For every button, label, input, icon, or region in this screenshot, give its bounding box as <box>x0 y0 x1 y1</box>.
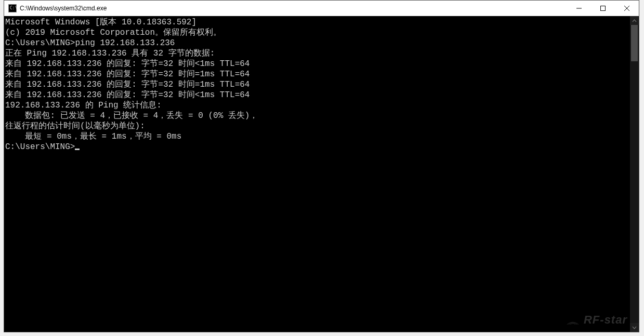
terminal-line: 正在 Ping 192.168.133.236 具有 32 字节的数据: <box>5 48 630 59</box>
terminal-line: 来自 192.168.133.236 的回复: 字节=32 时间=1ms TTL… <box>5 79 630 90</box>
terminal-line: C:\Users\MING>ping 192.168.133.236 <box>5 38 630 48</box>
terminal-line: 来自 192.168.133.236 的回复: 字节=32 时间=1ms TTL… <box>5 69 630 79</box>
scroll-up-button[interactable] <box>630 16 639 25</box>
terminal-line: Microsoft Windows [版本 10.0.18363.592] <box>5 17 630 28</box>
close-button[interactable] <box>615 1 639 16</box>
terminal-output[interactable]: Microsoft Windows [版本 10.0.18363.592](c)… <box>4 16 630 332</box>
minimize-icon <box>576 6 582 11</box>
svg-rect-4 <box>601 6 606 10</box>
maximize-button[interactable] <box>591 1 615 16</box>
terminal-cursor <box>75 149 80 150</box>
scroll-thumb[interactable] <box>631 25 638 61</box>
cmd-icon: C:\ <box>8 4 17 12</box>
titlebar[interactable]: C:\ C:\Windows\system32\cmd.exe <box>4 1 639 16</box>
close-icon <box>624 6 629 11</box>
terminal-area: Microsoft Windows [版本 10.0.18363.592](c)… <box>4 16 639 332</box>
terminal-line: 往返行程的估计时间(以毫秒为单位): <box>5 121 630 131</box>
scroll-track[interactable] <box>630 25 639 323</box>
chevron-down-icon <box>632 326 637 329</box>
terminal-line: 数据包: 已发送 = 4，已接收 = 4，丢失 = 0 (0% 丢失)， <box>5 111 630 121</box>
terminal-line: C:\Users\MING> <box>5 142 630 152</box>
terminal-line: (c) 2019 Microsoft Corporation。保留所有权利。 <box>5 28 630 38</box>
svg-text:C:\: C:\ <box>10 6 17 10</box>
chevron-up-icon <box>632 19 637 22</box>
window-title: C:\Windows\system32\cmd.exe <box>20 5 567 12</box>
minimize-button[interactable] <box>567 1 591 16</box>
vertical-scrollbar[interactable] <box>630 16 639 332</box>
terminal-line: 最短 = 0ms，最长 = 1ms，平均 = 0ms <box>5 131 630 142</box>
cmd-window: C:\ C:\Windows\system32\cmd.exe <box>4 0 639 332</box>
terminal-line: 192.168.133.236 的 Ping 统计信息: <box>5 100 630 111</box>
maximize-icon <box>600 6 606 11</box>
terminal-line: 来自 192.168.133.236 的回复: 字节=32 时间<1ms TTL… <box>5 59 630 69</box>
terminal-line: 来自 192.168.133.236 的回复: 字节=32 时间<1ms TTL… <box>5 90 630 100</box>
window-controls <box>567 1 639 16</box>
scroll-down-button[interactable] <box>630 323 639 332</box>
